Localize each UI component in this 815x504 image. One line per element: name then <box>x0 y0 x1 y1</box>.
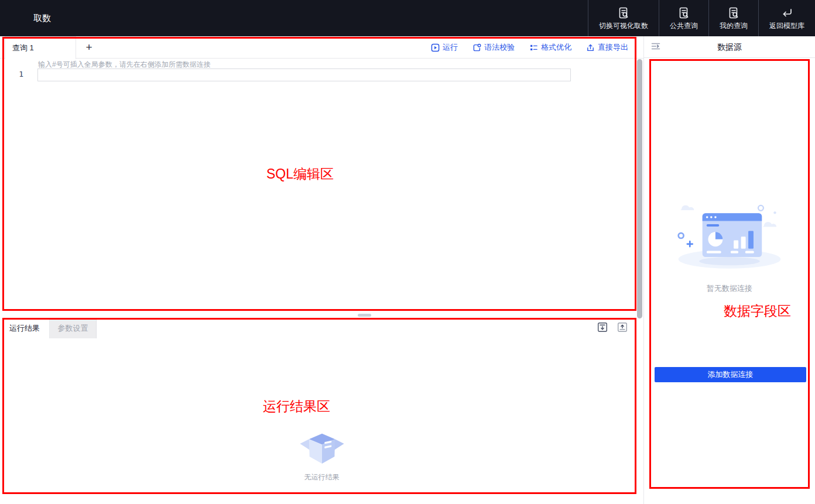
export-icon <box>586 43 595 52</box>
datasource-header: 数据源 <box>644 36 815 58</box>
editor-active-line[interactable] <box>37 68 571 81</box>
vertical-scrollbar-thumb[interactable] <box>637 59 642 318</box>
format-optimize-button[interactable]: 格式优化 <box>529 42 571 53</box>
results-tabbar: 运行结果 参数设置 <box>0 318 643 338</box>
return-arrow-icon <box>780 5 793 19</box>
results-panel: 运行结果 参数设置 <box>0 318 643 504</box>
doc-search-icon <box>617 5 630 19</box>
no-connection-text: 暂无数据连接 <box>644 283 815 294</box>
line-number: 1 <box>15 70 23 78</box>
switch-visual-query-button[interactable]: 切换可视化取数 <box>588 0 659 36</box>
direct-export-button[interactable]: 直接导出 <box>586 42 628 53</box>
run-button[interactable]: 运行 <box>431 42 458 53</box>
sql-editor[interactable]: 输入#号可插入全局参数，请先在右侧添加所需数据连接 1 <box>0 59 643 311</box>
query-tabbar: 查询 1 + 运行 语法校验 <box>0 36 643 59</box>
expand-up-icon <box>617 322 628 335</box>
expand-panel-down-button[interactable] <box>597 323 608 334</box>
collapse-panel-button[interactable] <box>649 41 662 54</box>
my-queries-button[interactable]: 我的查询 <box>708 0 758 36</box>
datasource-title: 数据源 <box>644 36 815 58</box>
syntax-check-label: 语法校验 <box>484 42 515 53</box>
tab-run-results[interactable]: 运行结果 <box>0 318 50 338</box>
no-results-text: 无运行结果 <box>304 472 340 482</box>
editor-toolbar: 运行 语法校验 <box>431 36 628 59</box>
expand-down-icon <box>597 322 608 335</box>
run-icon <box>431 43 440 52</box>
format-optimize-label: 格式优化 <box>541 42 571 53</box>
topbar-actions: 切换可视化取数 公共查询 <box>588 0 815 36</box>
direct-export-label: 直接导出 <box>598 42 628 53</box>
results-empty-state: 无运行结果 <box>0 428 643 482</box>
collapse-panel-icon <box>650 41 661 54</box>
query-tab-1[interactable]: 查询 1 <box>5 36 76 59</box>
expand-panel-up-button[interactable] <box>617 323 628 334</box>
back-to-model-library-button[interactable]: 返回模型库 <box>758 0 815 36</box>
datasource-panel: 数据源 <box>644 36 815 504</box>
empty-box-illustration <box>298 428 346 468</box>
add-data-connection-button[interactable]: 添加数据连接 <box>655 367 806 382</box>
public-queries-button[interactable]: 公共查询 <box>659 0 708 36</box>
app-window: 取数 切换可视化取数 <box>0 0 815 504</box>
add-query-tab-button[interactable]: + <box>82 36 96 59</box>
run-label: 运行 <box>443 42 458 53</box>
topbar-item-label: 返回模型库 <box>769 21 804 31</box>
syntax-check-button[interactable]: 语法校验 <box>472 42 515 53</box>
doc-search-icon <box>727 5 740 19</box>
topbar: 取数 切换可视化取数 <box>0 0 815 36</box>
page-title: 取数 <box>33 0 51 36</box>
no-data-connection-illustration <box>672 195 787 275</box>
format-icon <box>529 43 538 52</box>
topbar-item-label: 我的查询 <box>720 21 748 31</box>
splitter-handle[interactable] <box>358 314 371 317</box>
horizontal-splitter <box>0 311 643 318</box>
syntax-check-icon <box>472 43 481 52</box>
topbar-item-label: 切换可视化取数 <box>599 21 648 31</box>
doc-search-icon <box>677 5 690 19</box>
tab-parameter-settings[interactable]: 参数设置 <box>50 318 97 338</box>
results-panel-controls <box>597 323 628 334</box>
topbar-item-label: 公共查询 <box>670 21 698 31</box>
